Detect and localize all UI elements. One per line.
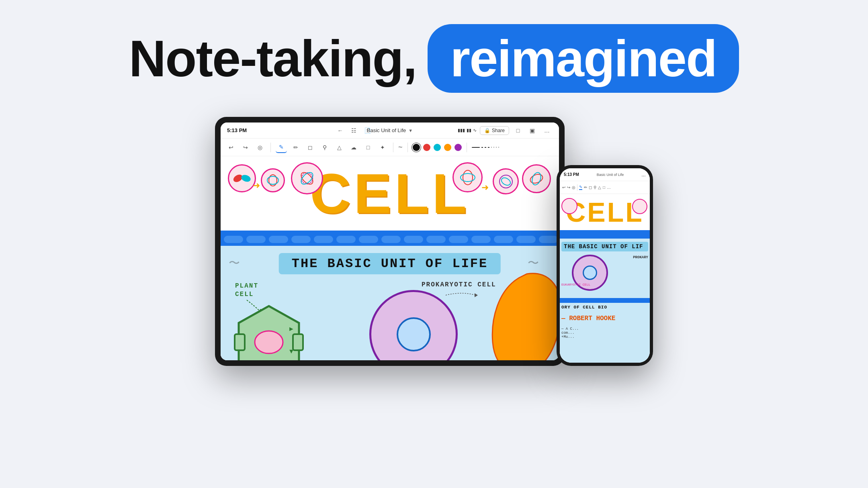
search-button[interactable]: ⚲ — [319, 142, 330, 153]
prokaryotic-arrow — [446, 289, 478, 301]
fullscreen-button[interactable]: □ — [512, 125, 524, 136]
share-label: Share — [492, 128, 505, 133]
svg-text:▼: ▼ — [288, 348, 295, 355]
svg-marker-19 — [475, 293, 478, 297]
more-button[interactable]: … — [541, 125, 553, 136]
pen-button[interactable]: ✎ — [276, 142, 287, 153]
phone-pen[interactable]: ✎ — [579, 185, 582, 190]
amoeba-shape — [487, 266, 559, 360]
color-black[interactable] — [413, 144, 420, 151]
phone-blue-dots2 — [560, 298, 650, 303]
blue-pill-3 — [269, 236, 288, 243]
squiggle-left: 〜 — [229, 255, 240, 271]
phone-prokaryotic-label: PROKARY — [633, 255, 648, 259]
phone-screen: 5:13 PM Basic Unit of Life … ↩ ↪ ◎ ✎ ✏ ◻… — [560, 168, 650, 363]
svg-point-16 — [255, 331, 283, 353]
tablet-topbar-right: ▮▮▮ ▮▮ ∿ 🔒 Share □ ▣ … — [458, 125, 553, 136]
line-dashed[interactable] — [481, 147, 489, 148]
mitosis-cell-2 — [261, 168, 285, 192]
phone-more-icon[interactable]: … — [641, 172, 646, 177]
arrow-icon-1: ➜ — [253, 180, 260, 191]
animal-cell-shape — [369, 290, 458, 360]
svg-point-10 — [500, 176, 512, 187]
svg-point-4 — [301, 173, 313, 184]
note-lower-content: 〜 〜 THE BASIC UNIT OF LIFE PLANTCELL — [221, 246, 559, 360]
chevron-down-icon[interactable]: ▼ — [408, 128, 413, 133]
phone-doc-title: Basic Unit of Life — [597, 173, 624, 177]
phone-expand[interactable]: □ — [603, 185, 605, 190]
cell-main-text: CELL — [310, 161, 470, 226]
grid-button[interactable]: ☷ — [348, 125, 360, 136]
eraser-button[interactable]: ◻ — [305, 142, 316, 153]
mitosis-cell-5 — [493, 168, 519, 194]
svg-point-12 — [530, 172, 542, 186]
phone-basic-unit-text: THE BASIC UNIT OF LIF — [561, 242, 648, 251]
phone-undo[interactable]: ↩ — [562, 185, 565, 190]
color-orange[interactable] — [444, 144, 451, 151]
back-button[interactable]: ← — [335, 125, 346, 136]
toolbar-divider-1 — [270, 143, 271, 152]
phone-dash-line: — A C...com...+Mu... — [561, 327, 579, 339]
svg-text:►: ► — [288, 325, 295, 332]
svg-point-7 — [463, 170, 473, 185]
blue-pill-5 — [314, 236, 333, 243]
share-button[interactable]: 🔒 Share — [480, 126, 509, 135]
mitosis-cell-6 — [522, 164, 551, 193]
note-canvas: ➜ CELL ➜ — [221, 156, 559, 360]
shapes-button[interactable]: △ — [334, 142, 345, 153]
undo-button[interactable]: ↩ — [225, 142, 237, 153]
insert-button[interactable]: □ — [362, 142, 374, 153]
phone-mitosis-2 — [632, 199, 647, 214]
phone-topbar: 5:13 PM Basic Unit of Life … — [560, 168, 650, 181]
cell-header-area: ➜ CELL ➜ — [221, 156, 559, 231]
blue-pill-8 — [381, 236, 401, 243]
pointer-button[interactable]: ✦ — [377, 142, 388, 153]
tablet-toolbar: ↩ ↪ ◎ ✎ ✏ ◻ ⚲ △ ☁ □ ✦ ~ — [221, 139, 559, 156]
mitosis-cell-3 — [291, 162, 323, 194]
hero-title-pill: reimagined — [428, 24, 739, 93]
hero-title-plain: Note-taking, — [129, 29, 417, 88]
toolbar-divider-4 — [467, 143, 467, 152]
plant-cell-shape: ► ▼ — [229, 302, 309, 360]
phone-lasso[interactable]: ◎ — [572, 185, 575, 190]
color-cyan[interactable] — [434, 144, 441, 151]
phone-search[interactable]: ⚲ — [594, 185, 596, 190]
tablet-doc-title: Basic Unit of Life — [367, 127, 406, 133]
blue-pill-1 — [224, 236, 243, 243]
image-button[interactable]: ☁ — [348, 142, 359, 153]
phone-cell-text: CELL — [566, 196, 644, 228]
phone-time: 5:13 PM — [564, 172, 579, 177]
phone-shapes[interactable]: △ — [598, 185, 601, 190]
phone-blue-dots — [560, 231, 650, 239]
blue-pill-7 — [359, 236, 378, 243]
phone-content: CELL THE BASIC UNIT OF LIF — [560, 194, 650, 363]
tablet-screen: 5:13 PM ← ☷ 📄 Basic Unit of Life ▼ ▮▮▮ — [221, 123, 559, 360]
svg-point-11 — [529, 173, 544, 185]
tablet-device: 5:13 PM ← ☷ 📄 Basic Unit of Life ▼ ▮▮▮ — [215, 117, 565, 366]
wave-tool[interactable]: ~ — [398, 143, 403, 151]
toolbar-divider-3 — [407, 143, 408, 152]
devices-container: 5:13 PM ← ☷ 📄 Basic Unit of Life ▼ ▮▮▮ — [215, 117, 653, 366]
line-solid[interactable] — [472, 147, 480, 148]
basic-unit-text: THE BASIC UNIT OF LIFE — [279, 253, 501, 274]
blue-pill-6 — [336, 236, 356, 243]
mitosis-cell-1 — [228, 164, 256, 192]
redo-button[interactable]: ↪ — [240, 142, 251, 153]
line-dotted[interactable] — [491, 147, 499, 147]
color-red[interactable] — [423, 144, 430, 151]
phone-cell-header: CELL — [560, 194, 650, 230]
phone-marker[interactable]: ✏ — [584, 185, 587, 190]
phone-redo[interactable]: ↪ — [567, 185, 570, 190]
phone-more2[interactable]: … — [607, 185, 611, 190]
wifi-icon: ∿ — [473, 128, 477, 133]
color-purple[interactable] — [454, 144, 462, 151]
arrow-icon-2: ➜ — [481, 182, 489, 193]
duplicate-button[interactable]: ▣ — [527, 125, 538, 136]
hero-title-reimagined: reimagined — [450, 29, 717, 88]
lasso-button[interactable]: ◎ — [254, 142, 266, 153]
phone-note: CELL THE BASIC UNIT OF LIF — [560, 194, 650, 363]
hero-title-section: Note-taking, reimagined — [129, 24, 739, 93]
phone-eraser[interactable]: ◻ — [589, 185, 592, 190]
marker-button[interactable]: ✏ — [290, 142, 301, 153]
blue-pill-4 — [291, 236, 311, 243]
